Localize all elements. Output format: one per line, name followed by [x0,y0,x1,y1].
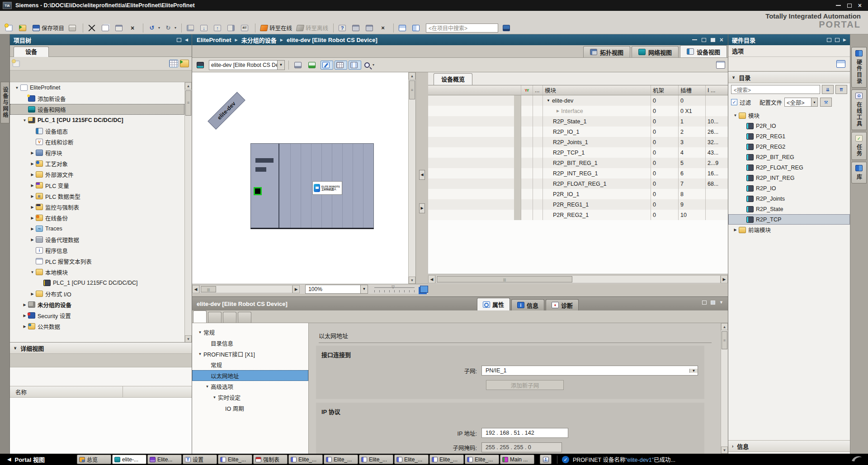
module-cell[interactable]: R2P_INT_REG_1 [543,168,651,178]
breadcrumb-item[interactable]: ▶未分组的设备 [231,36,277,44]
properties-subtab[interactable] [223,312,236,323]
properties-nav-item[interactable]: 常规 [192,359,308,370]
catalog-window-icon[interactable] [836,60,845,68]
toolbar-button[interactable] [292,61,305,70]
module-cell[interactable]: P2R_REG1_1 [543,199,651,210]
row-handle[interactable] [514,158,521,168]
collapse-section-icon[interactable]: ∨ [732,75,735,80]
project-tree-scrollbar[interactable]: ▲ ≡ ▼ [184,82,192,343]
page-preview-icon[interactable] [716,61,725,69]
toolbar-button[interactable] [198,23,211,33]
row-handle[interactable] [514,106,521,116]
canvas-overview-splitter[interactable]: ◀ ▶ [416,72,428,294]
tree-item[interactable]: P2R_IO [728,121,850,131]
toolbar-button[interactable] [100,23,113,33]
expand-arrow-icon[interactable]: ▼ [29,270,36,274]
properties-nav-item[interactable]: 目录信息 [192,338,308,348]
expand-arrow-icon[interactable]: ▶ [29,183,36,188]
tree-item[interactable]: ▶在线备份 [10,212,184,223]
canvas-vertical-scrollbar[interactable]: ▲ ≡ ▼ [408,72,415,284]
editor-close-icon[interactable]: × [720,38,723,42]
toolbar-button[interactable]: 转至离线 [295,22,330,33]
inspector-expand-icon[interactable] [711,301,715,305]
properties-tab[interactable]: 信息 [511,299,544,310]
editor-restore-icon[interactable] [702,38,706,42]
col-dots[interactable]: ... [533,85,543,95]
expand-arrow-icon[interactable]: ▼ [21,118,28,122]
properties-tab[interactable]: 诊断 [546,299,579,310]
menu-item[interactable] [80,15,91,18]
col-address[interactable]: I ... [706,85,728,95]
tab-devices[interactable]: 设备 [14,47,49,57]
toolbar-button[interactable] [501,23,514,33]
taskbar-button[interactable]: Elite_... [429,455,464,464]
expand-arrow-icon[interactable]: ▼ [211,395,218,399]
taskbar-button[interactable]: Elite... [147,455,182,464]
taskbar-button[interactable]: 设置 [183,455,217,464]
view-tab[interactable]: 拓扑视图 [583,46,630,57]
scroll-right-icon[interactable]: ▶ [292,285,300,293]
close-icon[interactable]: × [858,3,862,8]
tree-item[interactable]: ▶程序块 [10,147,184,158]
detail-view-header[interactable]: ∨ 详细视图 [10,342,192,354]
row-handle[interactable] [514,189,521,199]
catalog-search-input[interactable]: <搜索> [731,85,820,94]
taskbar-button[interactable]: elite-... [112,455,146,464]
device-overview-row[interactable]: P2R_REG1_109 [428,199,728,210]
tree-item[interactable]: ▶未分组的设备 [10,299,184,310]
properties-nav-item[interactable]: 以太网地址 [192,370,308,381]
row-handle[interactable] [514,168,521,178]
taskbar-button[interactable]: 强制表 [253,455,288,464]
col-rack[interactable]: 机架 [651,85,679,95]
subnet-dropdown[interactable]: PN/IE_1 ▼ [481,366,698,376]
scrollbar-thumb[interactable]: ||| [201,286,216,292]
tree-item[interactable]: 设备和网络 [10,104,184,115]
minimize-icon[interactable] [836,5,841,6]
scroll-left-icon[interactable]: ◀ [192,285,199,293]
taskbar-button[interactable]: Elite_... [288,455,323,464]
tree-item[interactable]: P2R_REG2 [728,141,850,152]
zoom-slider[interactable]: ▽ [374,286,415,293]
device-overview-row[interactable]: R2P_BIT_REG_1052...9 [428,158,728,168]
toolbar-button[interactable] [239,23,252,33]
device-overview-row[interactable]: R2P_TCP_10443... [428,147,728,158]
canvas-horizontal-scrollbar[interactable]: ||| [199,285,292,293]
search-up-icon[interactable]: ⇈ [835,85,847,94]
inspector-collapse-icon[interactable]: ▼ [719,300,723,305]
tree-item[interactable]: ▶外部源文件 [10,169,184,180]
tree-item[interactable]: ▼本地模块 [10,267,184,277]
row-handle[interactable] [514,147,521,158]
expand-arrow-icon[interactable]: ▼ [197,352,203,356]
toolbar-button[interactable] [67,23,80,33]
expand-arrow-icon[interactable]: ▶ [21,324,28,329]
device-overview-row[interactable]: R2P_Joints_10332... [428,137,728,147]
scroll-down-icon[interactable]: ▼ [721,446,728,454]
collapse-detail-icon[interactable]: ∨ [14,346,17,350]
module-cell[interactable]: R2P_State_1 [543,116,651,127]
expand-arrow-icon[interactable]: ▼ [547,99,550,103]
device-overview-row[interactable]: ▶Interface00 X1 [428,106,728,116]
scroll-down-icon[interactable]: ▼ [409,277,415,284]
toolbar-button[interactable]: ▾ [146,23,162,33]
tree-item[interactable]: PLC_1 [CPU 1215FC DC/DC/DC] [10,277,184,288]
row-handle[interactable] [514,95,521,106]
device-name-label[interactable]: elite-dev [208,92,245,129]
tree-item[interactable]: ▼EliteProfinet [10,82,184,93]
tree-item[interactable]: ▶监控与强制表 [10,202,184,212]
dropdown-caret-icon[interactable]: ▾ [175,26,176,30]
breadcrumb-item[interactable]: ▶EliteProfinet [197,37,231,43]
toolbar-button[interactable] [212,23,225,33]
catalog-info-header[interactable]: › 信息 [728,440,850,452]
scrollbar-thumb[interactable]: ≡ [409,80,415,99]
taskbar-button[interactable]: Elite_... [465,455,499,464]
search-down-icon[interactable]: ⇊ [822,85,834,94]
menu-item[interactable] [37,15,48,18]
expand-arrow-icon[interactable]: ▼ [14,86,20,90]
expand-arrow-icon[interactable]: ▶ [29,216,36,220]
pin-panel-icon[interactable] [177,38,181,42]
row-handle[interactable] [514,116,521,127]
tree-item[interactable]: ▶Traces [10,223,184,234]
dropdown-caret-icon[interactable]: ▾ [158,26,160,30]
chevron-down-icon[interactable]: ▼ [811,98,817,106]
subnet-mask-input[interactable]: 255 . 255 . 255 . 0 [481,442,562,452]
